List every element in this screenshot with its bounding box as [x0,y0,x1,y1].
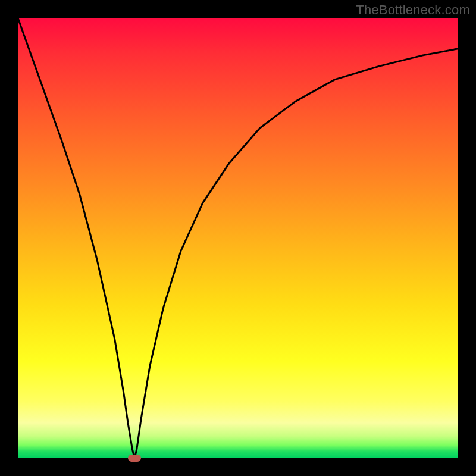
bottleneck-curve [18,18,458,458]
optimum-marker [128,455,141,462]
plot-area [18,18,458,458]
curve-path [18,18,458,458]
chart-frame: TheBottleneck.com [0,0,476,476]
attribution-text: TheBottleneck.com [356,2,470,18]
